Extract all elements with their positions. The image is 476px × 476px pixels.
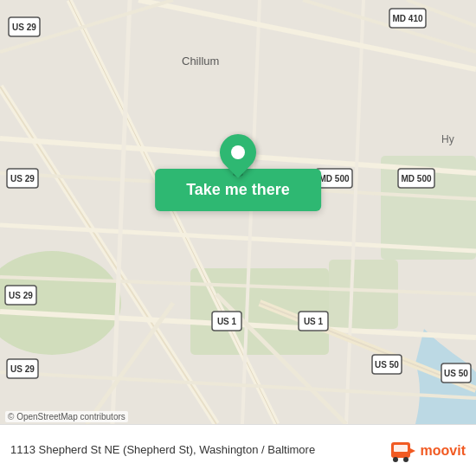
svg-text:US 50: US 50	[375, 360, 399, 370]
svg-rect-51	[394, 445, 408, 452]
svg-text:MD 500: MD 500	[318, 174, 349, 183]
svg-text:US 29: US 29	[9, 291, 33, 300]
pin-inner	[231, 145, 245, 159]
svg-text:US 29: US 29	[10, 364, 35, 374]
map-svg: Chillum Hy US 29 US 29 US 29 US 29 MD 41…	[0, 0, 476, 424]
svg-text:Chillum: Chillum	[182, 55, 219, 68]
address-text: 1113 Shepherd St NE (Shepherd St), Washi…	[10, 442, 383, 458]
pin-marker	[212, 126, 263, 177]
location-pin	[220, 134, 256, 177]
moovit-logo: moovit	[389, 437, 466, 465]
svg-text:Hy: Hy	[441, 133, 454, 145]
svg-text:US 29: US 29	[12, 23, 36, 32]
moovit-logo-icon	[389, 437, 417, 465]
map-container: Chillum Hy US 29 US 29 US 29 US 29 MD 41…	[0, 0, 476, 424]
bottom-bar: 1113 Shepherd St NE (Shepherd St), Washi…	[0, 424, 476, 476]
svg-text:US 50: US 50	[444, 369, 468, 378]
svg-marker-54	[408, 447, 415, 454]
address-label: 1113 Shepherd St NE (Shepherd St), Washi…	[10, 443, 315, 456]
svg-text:US 1: US 1	[217, 317, 237, 326]
svg-point-52	[393, 457, 398, 462]
svg-text:MD 410: MD 410	[392, 14, 422, 23]
svg-text:US 29: US 29	[10, 174, 35, 183]
svg-point-53	[403, 457, 408, 462]
svg-text:MD 500: MD 500	[401, 174, 431, 183]
svg-rect-3	[329, 260, 398, 329]
svg-text:US 1: US 1	[304, 317, 324, 326]
map-attribution: © OpenStreetMap contributors	[5, 411, 128, 422]
moovit-text: moovit	[421, 443, 466, 459]
